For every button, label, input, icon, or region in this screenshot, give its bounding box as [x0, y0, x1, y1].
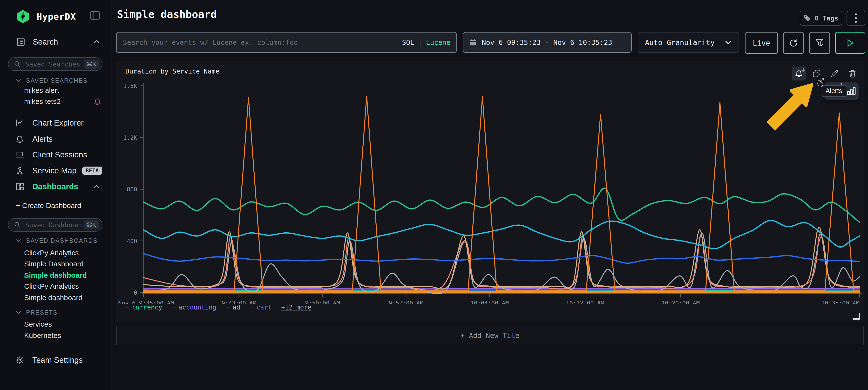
sidebar-item-client-sessions[interactable]: Client Sessions — [0, 148, 111, 162]
alert-bell-icon — [94, 97, 101, 105]
tile-resize-handle[interactable] — [853, 313, 860, 320]
saved-search-item[interactable]: mikes alert — [0, 85, 111, 96]
service-map-icon — [15, 166, 25, 175]
legend-label: accounting — [179, 304, 217, 311]
refresh-button[interactable] — [783, 32, 804, 54]
plus-icon: + — [801, 66, 805, 74]
presets-group-header[interactable]: PRESETS — [16, 309, 58, 316]
sidebar-search-label: Search — [33, 37, 58, 46]
legend-swatch: — — [226, 304, 230, 311]
sidebar-item-dashboards[interactable]: Dashboards — [0, 180, 111, 193]
chevron-down-icon — [16, 239, 22, 243]
laptop-icon — [15, 150, 25, 159]
sidebar-item-alerts[interactable]: Alerts — [0, 132, 111, 146]
lucene-toggle[interactable]: Lucene — [426, 39, 451, 46]
kebab-menu-icon — [855, 13, 857, 23]
chevron-down-icon — [16, 311, 22, 315]
more-options-button[interactable] — [846, 10, 865, 26]
sidebar-item-chart-explorer[interactable]: Chart Explorer — [0, 116, 111, 130]
page-title: Simple dashboard — [117, 8, 217, 20]
legend-swatch: — — [125, 304, 129, 311]
chart-legend: —currency —accounting —ad —cart +12 more — [125, 304, 311, 311]
sidebar-collapse-icon[interactable] — [90, 10, 100, 20]
saved-dashboards-field[interactable] — [25, 221, 84, 229]
saved-dashboard-item[interactable]: ClickPy Analytics — [0, 281, 111, 292]
menu-label: Chart Explorer — [32, 118, 84, 128]
saved-search-label: mikes tets2 — [24, 97, 61, 105]
menu-label: Service Map — [32, 166, 76, 175]
svg-text:9:57:00 AM: 9:57:00 AM — [389, 300, 424, 304]
status-dot — [840, 83, 842, 85]
refresh-icon — [789, 38, 798, 48]
group-label: SAVED SEARCHES — [26, 77, 88, 84]
sidebar-item-service-map[interactable]: Service Map BETA — [0, 164, 111, 177]
svg-text:1.2K: 1.2K — [123, 134, 137, 141]
duration-line-chart[interactable]: 04008001.2K1.6KNov 6 9:35:00 AM9:43:00 A… — [116, 75, 864, 304]
tags-button[interactable]: 0 Tags — [800, 10, 842, 26]
legend-label: currency — [132, 304, 162, 311]
legend-item-currency[interactable]: —currency — [125, 304, 162, 311]
saved-dashboards-group-header[interactable]: SAVED DASHBOARDS — [16, 237, 98, 244]
legend-item-accounting[interactable]: —accounting — [172, 304, 216, 311]
sql-toggle[interactable]: SQL — [402, 39, 414, 46]
svg-text:400: 400 — [127, 238, 137, 245]
preset-item[interactable]: Services — [0, 319, 111, 330]
menu-label: Dashboards — [32, 182, 79, 191]
saved-searches-field[interactable] — [25, 60, 84, 68]
tag-icon — [804, 14, 811, 22]
saved-dashboard-item[interactable]: Simple Dashboard — [0, 258, 111, 269]
chevron-down-icon — [16, 79, 22, 83]
shortcut-badge: ⌘K — [84, 220, 99, 229]
svg-text:10:35:00 AM: 10:35:00 AM — [821, 300, 860, 304]
divider — [0, 195, 111, 195]
granularity-select[interactable]: Auto Granularity — [638, 32, 739, 53]
live-button[interactable]: Live — [745, 32, 778, 54]
add-tile-label: + Add New Tile — [461, 331, 519, 339]
live-label: Live — [753, 39, 770, 47]
legend-more-link[interactable]: +12 more — [281, 304, 311, 311]
granularity-value: Auto Granularity — [645, 38, 715, 47]
menu-label: Client Sessions — [32, 150, 87, 159]
svg-text:10:20:00 AM: 10:20:00 AM — [661, 300, 700, 304]
legend-item-ad[interactable]: —ad — [226, 304, 240, 311]
date-range-picker[interactable]: Nov 6 09:35:23 - Nov 6 10:35:23 — [463, 32, 632, 53]
saved-dashboard-item-active[interactable]: Simple dashboard — [0, 270, 111, 281]
run-query-button[interactable] — [835, 32, 865, 54]
annotation-arrow — [760, 79, 822, 135]
sidebar-item-search[interactable]: Search — [0, 34, 111, 50]
saved-dashboard-item[interactable]: ClickPy Analytics — [0, 247, 111, 258]
saved-search-label: mikes alert — [24, 86, 59, 95]
legend-item-cart[interactable]: —cart — [250, 304, 272, 311]
legend-label: cart — [256, 304, 272, 311]
filter-edit-icon — [814, 38, 825, 48]
dashboard-label: ClickPy Analytics — [24, 282, 79, 290]
saved-search-item[interactable]: mikes tets2 — [0, 96, 111, 107]
group-label: PRESETS — [26, 309, 58, 316]
add-new-tile-button[interactable]: + Add New Tile — [116, 326, 864, 345]
tags-count-label: 0 Tags — [815, 14, 838, 22]
chevron-up-icon — [93, 39, 100, 44]
event-search-input[interactable] — [123, 38, 402, 47]
dashboards-icon — [15, 182, 25, 191]
create-dashboard-button[interactable]: + Create Dashboard — [0, 200, 111, 211]
journal-icon — [16, 37, 26, 47]
app-logo[interactable]: HyperDX — [16, 9, 76, 24]
sidebar-item-team-settings[interactable]: Team Settings — [0, 353, 111, 367]
dashboard-tile: Duration by Service Name + 04008001.2K1.… — [116, 61, 864, 322]
event-search-bar[interactable]: SQL | Lucene — [116, 32, 457, 53]
create-dashboard-label: + Create Dashboard — [16, 201, 81, 210]
search-icon — [14, 221, 21, 228]
saved-dashboards-input[interactable]: ⌘K — [8, 218, 102, 232]
menu-label: Team Settings — [32, 356, 83, 365]
bell-icon — [15, 134, 25, 144]
tooltip-label: Alerts — [821, 85, 847, 97]
preset-label: Services — [24, 320, 52, 328]
app-name: HyperDX — [37, 11, 76, 22]
saved-searches-input[interactable]: ⌘K — [8, 57, 102, 71]
dashboard-label: Simple dashboard — [24, 271, 87, 279]
preset-item[interactable]: Kubernetes — [0, 330, 111, 341]
toggle-divider: | — [418, 39, 422, 46]
saved-dashboard-item[interactable]: Simple dashboard — [0, 292, 111, 303]
saved-searches-group-header[interactable]: SAVED SEARCHES — [16, 77, 88, 84]
filter-button[interactable] — [809, 32, 830, 54]
